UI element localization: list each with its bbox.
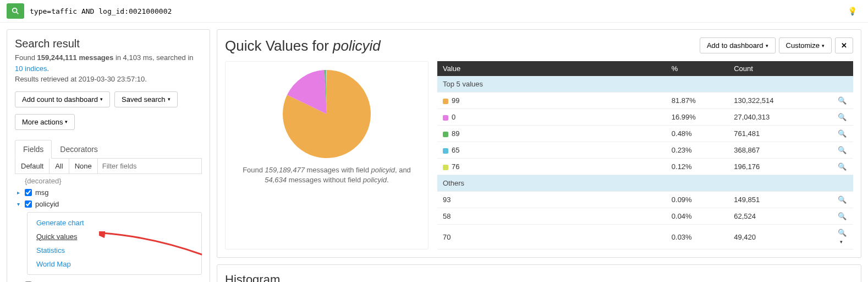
search-result-title: Search result bbox=[15, 37, 202, 50]
found-count: 159,244,111 messages bbox=[37, 53, 113, 62]
submenu-generate-chart[interactable]: Generate chart bbox=[28, 216, 201, 230]
th-value: Value bbox=[437, 61, 666, 76]
caret-down-icon: ▾ bbox=[168, 96, 171, 102]
tab-fields[interactable]: Fields bbox=[15, 140, 52, 159]
quick-values-title: Quick Values for policyid bbox=[225, 37, 381, 55]
field-tabs: Fields Decorators bbox=[15, 140, 202, 159]
search-icon bbox=[12, 7, 19, 15]
indices-link[interactable]: 10 indices bbox=[15, 64, 47, 73]
search-bar: 💡 bbox=[0, 0, 868, 23]
svg-point-0 bbox=[13, 8, 17, 13]
submenu-world-map[interactable]: World Map bbox=[28, 257, 201, 271]
magnify-icon[interactable]: 🔍 bbox=[838, 196, 847, 204]
table-row: 890.48%761,481🔍 bbox=[437, 126, 853, 142]
field-filter-row: Default All None bbox=[15, 159, 202, 174]
submenu-statistics[interactable]: Statistics bbox=[28, 243, 201, 257]
filter-fields-input[interactable] bbox=[98, 159, 201, 173]
th-action bbox=[832, 61, 853, 76]
section-top5: Top 5 values bbox=[437, 76, 853, 93]
histogram-title: Histogram bbox=[225, 273, 853, 282]
pie-caption: Found 159,189,477 messages with field po… bbox=[231, 165, 422, 185]
quick-values-panel: Quick Values for policyid Add to dashboa… bbox=[217, 29, 861, 258]
lightbulb-icon[interactable]: 💡 bbox=[848, 7, 857, 15]
saved-search-button[interactable]: Saved search▾ bbox=[114, 91, 178, 107]
caret-down-icon: ▾ bbox=[822, 43, 825, 48]
search-button[interactable] bbox=[7, 3, 24, 19]
magnify-icon[interactable]: 🔍 bbox=[838, 96, 847, 105]
caret-down-icon: ▾ bbox=[65, 119, 68, 124]
search-query-input[interactable] bbox=[24, 4, 848, 19]
field-checkbox-policyid[interactable] bbox=[25, 200, 32, 208]
magnify-icon[interactable]: 🔍 bbox=[838, 162, 847, 171]
add-to-dashboard-button[interactable]: Add to dashboard▾ bbox=[700, 37, 776, 53]
table-row: 650.23%368,867🔍 bbox=[437, 142, 853, 159]
table-row: 930.09%149,851🔍 bbox=[437, 192, 853, 208]
close-button[interactable]: ✕ bbox=[835, 37, 853, 53]
magnify-icon[interactable]: 🔍 bbox=[838, 113, 847, 121]
customize-button[interactable]: Customize▾ bbox=[779, 37, 832, 53]
section-others: Others bbox=[437, 175, 853, 192]
field-item-pri[interactable]: ▸pri bbox=[15, 279, 202, 283]
field-item-policyid[interactable]: ▾policyid bbox=[15, 198, 202, 210]
caret-right-icon: ▸ bbox=[17, 189, 21, 196]
tab-decorators[interactable]: Decorators bbox=[52, 140, 106, 158]
field-checkbox-msg[interactable] bbox=[25, 189, 32, 196]
color-swatch bbox=[443, 148, 448, 154]
table-row: 9981.87%130,322,514🔍 bbox=[437, 93, 853, 109]
th-count: Count bbox=[728, 61, 832, 76]
fields-all-button[interactable]: All bbox=[50, 159, 69, 173]
field-submenu: Generate chart Quick values Statistics W… bbox=[27, 212, 202, 275]
caret-down-icon: ▾ bbox=[766, 43, 768, 48]
field-label: policyid bbox=[35, 200, 59, 208]
color-swatch bbox=[443, 115, 448, 121]
search-result-summary: Found 159,244,111 messages in 4,103 ms, … bbox=[15, 52, 202, 74]
decorated-row: {decorated} bbox=[15, 175, 202, 187]
caret-down-icon: ▾ bbox=[100, 96, 103, 102]
submenu-quick-values[interactable]: Quick values bbox=[28, 230, 201, 243]
more-actions-button[interactable]: More actions▾ bbox=[15, 114, 75, 130]
pie-chart-container: Found 159,189,477 messages with field po… bbox=[225, 61, 428, 250]
field-list[interactable]: {decorated} ▸msg ▾policyid Generate char… bbox=[15, 175, 202, 283]
add-count-dashboard-button[interactable]: Add count to dashboard▾ bbox=[15, 91, 110, 107]
close-icon: ✕ bbox=[841, 41, 847, 50]
th-pct: % bbox=[666, 61, 728, 76]
color-swatch bbox=[443, 99, 448, 104]
magnify-icon[interactable]: 🔍 bbox=[838, 212, 847, 220]
field-label: msg bbox=[35, 188, 49, 197]
pie-chart bbox=[280, 67, 373, 161]
caret-down-icon[interactable]: ▾ bbox=[840, 239, 843, 245]
histogram-panel: Histogram ◷ Year, Quarter, Month, Week, … bbox=[217, 264, 861, 282]
table-row: 016.99%27,040,313🔍 bbox=[437, 109, 853, 126]
svg-line-1 bbox=[17, 12, 19, 14]
fields-default-button[interactable]: Default bbox=[15, 159, 50, 173]
found-prefix: Found bbox=[15, 53, 37, 62]
table-row: 700.03%49,420🔍▾ bbox=[437, 225, 853, 250]
color-swatch bbox=[443, 132, 448, 137]
search-result-panel: Search result Found 159,244,111 messages… bbox=[7, 29, 210, 282]
table-row: 580.04%62,524🔍 bbox=[437, 208, 853, 225]
quick-values-table-container: Value % Count Top 5 values 9981.87%130,3… bbox=[437, 61, 853, 250]
magnify-icon[interactable]: 🔍 bbox=[838, 146, 847, 154]
magnify-icon[interactable]: 🔍 bbox=[838, 229, 847, 237]
magnify-icon[interactable]: 🔍 bbox=[838, 129, 847, 138]
table-row: 760.12%196,176🔍 bbox=[437, 159, 853, 175]
caret-down-icon: ▾ bbox=[17, 201, 21, 207]
quick-values-table: Value % Count Top 5 values 9981.87%130,3… bbox=[437, 61, 853, 250]
fields-none-button[interactable]: None bbox=[69, 159, 98, 173]
field-item-msg[interactable]: ▸msg bbox=[15, 187, 202, 198]
color-swatch bbox=[443, 165, 448, 170]
found-suffix: in 4,103 ms, searched in bbox=[113, 53, 193, 62]
retrieved-time: Results retrieved at 2019-03-30 23:57:10… bbox=[15, 74, 202, 85]
